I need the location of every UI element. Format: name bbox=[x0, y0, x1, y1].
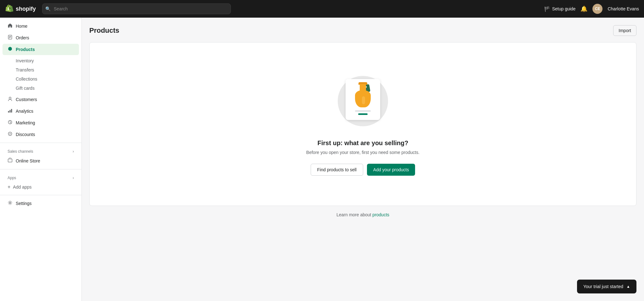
search-input[interactable] bbox=[42, 3, 231, 14]
illustration-card bbox=[346, 79, 380, 120]
svg-rect-5 bbox=[8, 111, 9, 113]
svg-rect-6 bbox=[9, 110, 10, 112]
sidebar-item-settings[interactable]: Settings bbox=[3, 198, 79, 209]
action-buttons: Find products to sell Add your products bbox=[311, 164, 415, 176]
learn-more-link[interactable]: products bbox=[372, 212, 389, 217]
products-icon bbox=[8, 46, 13, 53]
import-button[interactable]: Import bbox=[613, 25, 636, 36]
svg-point-14 bbox=[9, 202, 11, 204]
search-icon: 🔍 bbox=[45, 6, 51, 11]
svg-point-12 bbox=[10, 134, 11, 135]
sidebar-item-home[interactable]: Home bbox=[3, 20, 79, 32]
sidebar-discounts-label: Discounts bbox=[16, 132, 35, 137]
empty-state-card: First up: what are you selling? Before y… bbox=[89, 42, 636, 206]
sidebar-marketing-label: Marketing bbox=[16, 120, 35, 125]
svg-rect-7 bbox=[11, 109, 12, 112]
plus-icon: + bbox=[8, 184, 10, 190]
sidebar-item-marketing[interactable]: Marketing bbox=[3, 117, 79, 128]
trial-chevron-icon: ▲ bbox=[626, 284, 630, 289]
svg-rect-13 bbox=[8, 159, 12, 162]
trial-toast[interactable]: Your trial just started ▲ bbox=[577, 280, 636, 293]
setup-guide-button[interactable]: 🏴 Setup guide bbox=[544, 6, 576, 12]
shopify-logo-icon bbox=[5, 4, 14, 13]
marketing-icon bbox=[8, 120, 13, 126]
illustration-lines bbox=[348, 110, 378, 115]
svg-point-4 bbox=[9, 97, 11, 99]
product-illustration bbox=[335, 73, 391, 129]
setup-guide-label: Setup guide bbox=[552, 6, 576, 11]
page-header: Products Import bbox=[89, 25, 636, 36]
top-bar-right: 🏴 Setup guide 🔔 CE Charlotte Evans bbox=[544, 4, 639, 14]
sidebar-home-label: Home bbox=[16, 24, 27, 29]
sidebar-sales-channels-section[interactable]: Sales channels › bbox=[3, 145, 79, 155]
sales-channels-label: Sales channels bbox=[8, 149, 33, 154]
discounts-icon bbox=[8, 131, 13, 138]
logo[interactable]: shopify bbox=[5, 4, 36, 13]
add-products-button[interactable]: Add your products bbox=[367, 164, 415, 176]
learn-more: Learn more about products bbox=[89, 212, 636, 217]
flag-icon: 🏴 bbox=[544, 6, 550, 12]
sidebar-item-analytics[interactable]: Analytics bbox=[3, 105, 79, 117]
sidebar-customers-label: Customers bbox=[16, 97, 37, 102]
sidebar-item-products[interactable]: Products bbox=[3, 44, 79, 55]
chevron-right-icon: › bbox=[73, 149, 74, 154]
find-products-button[interactable]: Find products to sell bbox=[311, 164, 363, 176]
notifications-button[interactable]: 🔔 bbox=[580, 5, 587, 12]
illustration-vase bbox=[354, 82, 372, 107]
sidebar-sub-products: Inventory Transfers Collections Gift car… bbox=[0, 55, 81, 94]
avatar: CE bbox=[592, 4, 602, 14]
user-name: Charlotte Evans bbox=[608, 6, 639, 11]
main-layout: Home Orders Products Inventory Transfers… bbox=[0, 18, 644, 301]
search-bar: 🔍 bbox=[42, 3, 231, 14]
sidebar-online-store-label: Online Store bbox=[16, 158, 40, 163]
analytics-icon bbox=[8, 108, 13, 114]
sidebar-orders-label: Orders bbox=[16, 35, 29, 40]
sidebar-item-collections[interactable]: Collections bbox=[3, 75, 79, 83]
logo-text: shopify bbox=[16, 6, 36, 12]
page-title: Products bbox=[89, 26, 119, 35]
empty-state-description: Before you open your store, first you ne… bbox=[306, 150, 419, 155]
content-area: Products Import bbox=[82, 18, 644, 301]
sidebar-analytics-label: Analytics bbox=[16, 109, 33, 114]
learn-more-prefix: Learn more about bbox=[336, 212, 372, 217]
sidebar-item-customers[interactable]: Customers bbox=[3, 94, 79, 105]
svg-point-11 bbox=[9, 133, 10, 133]
app-layout: shopify 🔍 🏴 Setup guide 🔔 CE Charlotte E… bbox=[0, 0, 644, 301]
sidebar: Home Orders Products Inventory Transfers… bbox=[0, 18, 82, 301]
orders-icon bbox=[8, 35, 13, 41]
add-apps-label: Add apps bbox=[13, 185, 31, 190]
sidebar-add-apps[interactable]: + Add apps bbox=[3, 182, 79, 192]
customers-icon bbox=[8, 96, 13, 103]
home-icon bbox=[8, 23, 13, 29]
sidebar-divider-3 bbox=[0, 195, 81, 195]
sidebar-divider-1 bbox=[0, 143, 81, 143]
settings-label: Settings bbox=[16, 201, 32, 206]
sidebar-item-online-store[interactable]: Online Store bbox=[3, 155, 79, 167]
sidebar-item-orders[interactable]: Orders bbox=[3, 32, 79, 43]
chevron-right-icon-apps: › bbox=[73, 176, 74, 180]
online-store-icon bbox=[8, 158, 13, 164]
empty-state-title: First up: what are you selling? bbox=[318, 139, 408, 147]
settings-icon bbox=[8, 200, 13, 207]
apps-label: Apps bbox=[8, 176, 16, 180]
sidebar-products-label: Products bbox=[16, 47, 35, 52]
sidebar-apps-section[interactable]: Apps › bbox=[3, 172, 79, 181]
sidebar-item-gift-cards[interactable]: Gift cards bbox=[3, 84, 79, 93]
sidebar-item-transfers[interactable]: Transfers bbox=[3, 65, 79, 74]
sidebar-item-discounts[interactable]: Discounts bbox=[3, 129, 79, 140]
trial-label: Your trial just started bbox=[583, 284, 623, 289]
top-bar: shopify 🔍 🏴 Setup guide 🔔 CE Charlotte E… bbox=[0, 0, 644, 18]
sidebar-divider-2 bbox=[0, 169, 81, 169]
sidebar-item-inventory[interactable]: Inventory bbox=[3, 56, 79, 65]
